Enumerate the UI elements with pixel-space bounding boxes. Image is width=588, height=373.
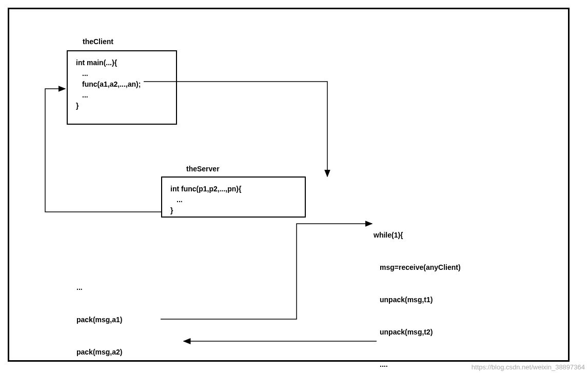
client-line-3: func(a1,a2,...,an); [76, 79, 168, 90]
server-title: theServer [186, 165, 220, 173]
server-line-3: } [170, 205, 297, 216]
client-title: theClient [83, 37, 113, 46]
server-loop-block: while(1){ msg=receive(anyClient) unpack(… [374, 208, 461, 373]
client-line-2: ... [76, 68, 168, 79]
watermark-text: https://blog.csdn.net/weixin_38897364 [472, 363, 585, 371]
client-line-4: ... [76, 90, 168, 101]
server-line-1: int func(p1,p2,...,pn){ [170, 184, 297, 194]
client-line-5: } [76, 101, 168, 111]
client-box: int main(...){ ... func(a1,a2,...,an); .… [67, 50, 177, 125]
pack-l1: ... [76, 282, 167, 293]
loop-l5: .... [374, 359, 461, 370]
loop-l2: msg=receive(anyClient) [374, 262, 461, 273]
loop-l1: while(1){ [374, 230, 461, 241]
server-box: int func(p1,p2,...,pn){ ... } [161, 176, 306, 218]
pack-l3: pack(msg,a2) [76, 347, 167, 358]
client-line-1: int main(...){ [76, 57, 168, 68]
loop-l4: unpack(msg,t2) [374, 327, 461, 338]
loop-l3: unpack(msg,t1) [374, 295, 461, 305]
diagram-frame: theClient int main(...){ ... func(a1,a2,… [8, 8, 570, 362]
server-line-2: ... [170, 194, 297, 205]
pack-l2: pack(msg,a1) [76, 315, 167, 325]
client-pack-block: ... pack(msg,a1) pack(msg,a2) ... pack(m… [76, 261, 167, 373]
